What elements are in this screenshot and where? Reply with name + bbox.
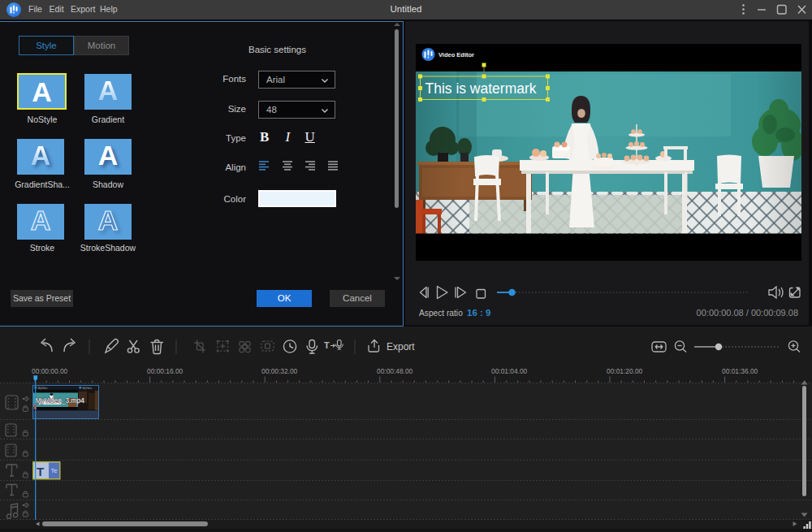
svg-text:00:00:32.00: 00:00:32.00 (261, 367, 298, 375)
svg-text:00:00:16.00: 00:00:16.00 (147, 367, 184, 375)
svg-text:MyVideo_3.mp4: MyVideo_3.mp4 (36, 396, 85, 404)
svg-text:MyVideo: MyVideo (83, 387, 93, 390)
svg-text:Te: Te (51, 467, 58, 474)
svg-text:T: T (37, 465, 44, 478)
svg-text:Video Editor: Video Editor (438, 51, 474, 58)
svg-text:00:00:00.00: 00:00:00.00 (32, 367, 68, 375)
svg-text:00:00:48.00: 00:00:48.00 (377, 367, 413, 375)
svg-text:MyVideo: MyVideo (38, 387, 48, 390)
svg-text:00:01:36.00: 00:01:36.00 (722, 367, 758, 375)
svg-text:00:01:20.00: 00:01:20.00 (607, 367, 643, 375)
svg-text:00:01:04.00: 00:01:04.00 (491, 367, 528, 375)
svg-text:This is watermark: This is watermark (425, 80, 538, 97)
